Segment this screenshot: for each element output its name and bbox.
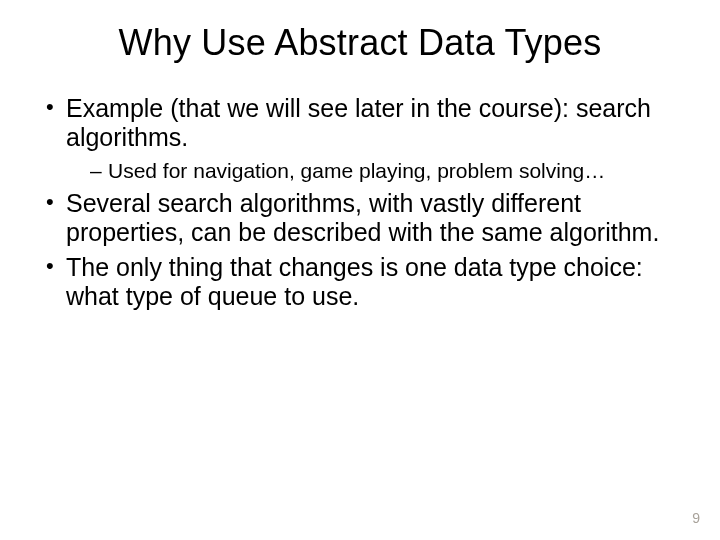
slide-title: Why Use Abstract Data Types — [28, 22, 692, 64]
bullet-item: Example (that we will see later in the c… — [46, 94, 692, 183]
bullet-text: Example (that we will see later in the c… — [66, 94, 651, 151]
page-number: 9 — [692, 510, 700, 526]
bullet-text: The only thing that changes is one data … — [66, 253, 643, 310]
sub-bullet-item: Used for navigation, game playing, probl… — [90, 158, 692, 183]
bullet-item: The only thing that changes is one data … — [46, 253, 692, 311]
bullet-text: Several search algorithms, with vastly d… — [66, 189, 659, 246]
bullet-list: Example (that we will see later in the c… — [28, 94, 692, 311]
sub-bullet-text: Used for navigation, game playing, probl… — [108, 159, 605, 182]
sub-bullet-list: Used for navigation, game playing, probl… — [66, 158, 692, 183]
bullet-item: Several search algorithms, with vastly d… — [46, 189, 692, 247]
